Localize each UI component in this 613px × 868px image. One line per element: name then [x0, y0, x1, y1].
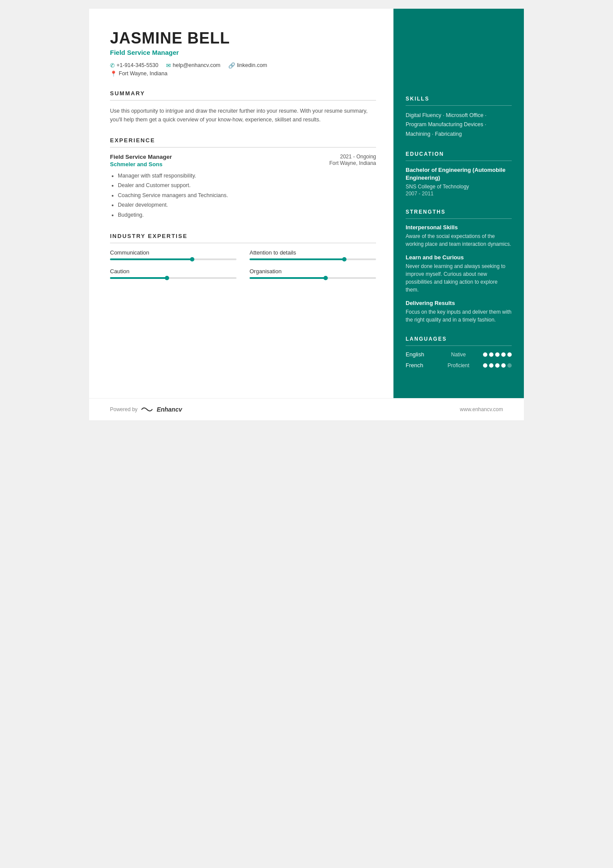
exp-job-title: Field Service Manager	[110, 154, 172, 160]
footer: Powered by Enhancv www.enhancv.com	[89, 398, 524, 420]
lang-level-english: Native	[443, 352, 474, 358]
email-icon: ✉	[166, 62, 171, 69]
edu-degree: Bachelor of Engineering (Automobile Engi…	[406, 166, 512, 182]
dot-f3	[495, 363, 500, 368]
bar-dot-caution	[165, 276, 169, 280]
enhancv-brand-name: Enhancv	[157, 406, 182, 413]
expertise-item-communication: Communication	[110, 249, 237, 260]
expertise-item-caution: Caution	[110, 268, 237, 279]
edu-years: 2007 - 2011	[406, 191, 512, 197]
bar-track-organisation	[250, 277, 376, 279]
bullet-3: Coaching Service managers and Technician…	[118, 191, 376, 201]
powered-by-text: Powered by	[110, 406, 137, 412]
language-english: English Native	[406, 351, 512, 358]
lang-level-french: Proficient	[443, 362, 474, 369]
exp-company-row: Schmeler and Sons Fort Wayne, Indiana	[110, 160, 376, 168]
expertise-label-organisation: Organisation	[250, 268, 376, 275]
dot-f1	[483, 363, 487, 368]
experience-title: EXPERIENCE	[110, 137, 376, 144]
lang-dots-english	[483, 352, 512, 357]
summary-section: SUMMARY Use this opportunity to intrigue…	[110, 90, 376, 124]
bullet-4: Dealer development.	[118, 200, 376, 210]
strengths-title: STRENGTHS	[406, 209, 512, 215]
left-column: JASMINE BELL Field Service Manager ✆ +1-…	[89, 9, 393, 398]
bullet-2: Dealer and Customer support.	[118, 181, 376, 191]
right-column: SKILLS Digital Fluency · Microsoft Offic…	[393, 9, 524, 398]
location: Fort Wayne, Indiana	[119, 70, 167, 77]
strength-title-1: Interpersonal Skills	[406, 224, 512, 231]
strength-desc-1: Aware of the social expectations of the …	[406, 232, 512, 248]
dot-f5	[507, 363, 512, 368]
summary-divider	[110, 100, 376, 101]
expertise-section: INDUSTRY EXPERTISE Communication Attenti…	[110, 233, 376, 279]
phone-number: +1-914-345-5530	[117, 62, 158, 68]
summary-text: Use this opportunity to intrigue and dra…	[110, 107, 376, 124]
expertise-label-caution: Caution	[110, 268, 237, 275]
linkedin-url: linkedin.com	[237, 62, 267, 68]
expertise-grid: Communication Attention to details	[110, 249, 376, 279]
dot-f2	[489, 363, 493, 368]
exp-bullets: Manager with staff responsibility. Deale…	[110, 171, 376, 220]
bar-fill-caution	[110, 277, 167, 279]
lang-name-french: French	[406, 362, 434, 369]
bar-track-attention	[250, 258, 376, 260]
strength-item-3: Delivering Results Focus on the key inpu…	[406, 300, 512, 324]
bar-fill-organisation	[250, 277, 326, 279]
phone-contact: ✆ +1-914-345-5530	[110, 62, 158, 69]
skills-section: SKILLS Digital Fluency · Microsoft Offic…	[406, 96, 512, 139]
expertise-title: INDUSTRY EXPERTISE	[110, 233, 376, 239]
skills-divider	[406, 105, 512, 106]
strength-item-2: Learn and be Curious Never done learning…	[406, 254, 512, 294]
experience-section: EXPERIENCE Field Service Manager 2021 - …	[110, 137, 376, 220]
email-contact: ✉ help@enhancv.com	[166, 62, 220, 69]
bullet-5: Budgeting.	[118, 210, 376, 220]
strengths-section: STRENGTHS Interpersonal Skills Aware of …	[406, 209, 512, 324]
experience-item: Field Service Manager 2021 - Ongoing Sch…	[110, 154, 376, 220]
language-french: French Proficient	[406, 362, 512, 369]
footer-website: www.enhancv.com	[460, 406, 503, 412]
dot-2	[489, 352, 493, 357]
dot-4	[501, 352, 506, 357]
strength-title-3: Delivering Results	[406, 300, 512, 306]
expertise-label-attention: Attention to details	[250, 249, 376, 256]
lang-name-english: English	[406, 351, 434, 358]
bar-dot-organisation	[323, 276, 328, 280]
footer-brand: Powered by Enhancv	[110, 406, 182, 413]
expertise-item-organisation: Organisation	[250, 268, 376, 279]
expertise-divider	[110, 243, 376, 243]
location-icon: 📍	[110, 70, 117, 77]
education-item: Bachelor of Engineering (Automobile Engi…	[406, 166, 512, 197]
strength-desc-2: Never done learning and always seeking t…	[406, 262, 512, 294]
exp-header: Field Service Manager 2021 - Ongoing	[110, 154, 376, 160]
bar-track-communication	[110, 258, 237, 260]
linkedin-icon: 🔗	[228, 62, 235, 69]
exp-date: 2021 - Ongoing	[340, 154, 376, 160]
dot-f4	[501, 363, 506, 368]
education-divider	[406, 161, 512, 161]
languages-title: LANGUAGES	[406, 336, 512, 342]
bar-fill-communication	[110, 258, 192, 260]
phone-icon: ✆	[110, 62, 115, 69]
dot-1	[483, 352, 487, 357]
header-section: JASMINE BELL Field Service Manager ✆ +1-…	[110, 30, 376, 77]
bar-dot-attention	[342, 257, 346, 261]
summary-title: SUMMARY	[110, 90, 376, 97]
contact-row-2: 📍 Fort Wayne, Indiana	[110, 70, 376, 77]
dot-3	[495, 352, 500, 357]
expertise-item-attention: Attention to details	[250, 249, 376, 260]
bar-dot-communication	[190, 257, 194, 261]
linkedin-contact: 🔗 linkedin.com	[228, 62, 267, 69]
edu-school: SNS College of Technology	[406, 184, 512, 190]
lang-dots-french	[483, 363, 512, 368]
contact-row-1: ✆ +1-914-345-5530 ✉ help@enhancv.com 🔗 l…	[110, 62, 376, 69]
strength-item-1: Interpersonal Skills Aware of the social…	[406, 224, 512, 248]
languages-divider	[406, 345, 512, 346]
candidate-name: JASMINE BELL	[110, 30, 376, 47]
skills-title: SKILLS	[406, 96, 512, 102]
strength-desc-3: Focus on the key inputs and deliver them…	[406, 308, 512, 324]
dot-5	[507, 352, 512, 357]
enhancv-logo-icon	[141, 406, 153, 413]
bar-track-caution	[110, 277, 237, 279]
bullet-1: Manager with staff responsibility.	[118, 171, 376, 181]
exp-location: Fort Wayne, Indiana	[329, 160, 376, 166]
